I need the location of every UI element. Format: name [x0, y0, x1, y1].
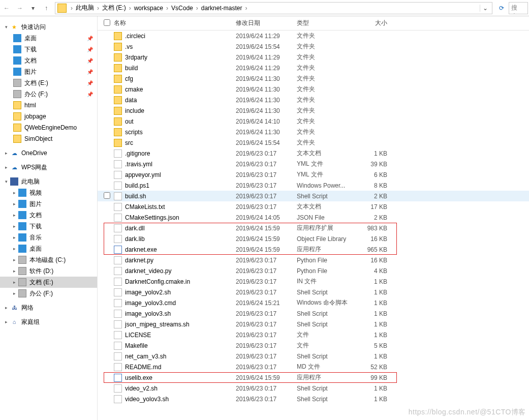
table-row[interactable]: build.sh2019/6/23 0:17Shell Script2 KB	[98, 191, 529, 201]
sidebar-item[interactable]: ▸软件 (D:)	[0, 265, 97, 277]
up-button[interactable]: ↑	[40, 2, 53, 15]
sidebar-item[interactable]: 办公 (F:)📌	[0, 88, 97, 100]
sidebar-item[interactable]: QWebEngineDemo	[0, 122, 97, 133]
table-row[interactable]: build.ps12019/6/23 0:17Windows Power...8…	[98, 180, 529, 191]
network-item[interactable]: ▸ 🖧 网络	[0, 302, 97, 313]
table-row[interactable]: out2019/6/24 14:10文件夹	[98, 116, 529, 127]
column-header-date[interactable]: 修改日期	[236, 19, 297, 27]
table-row[interactable]: .travis.yml2019/6/23 0:17YML 文件39 KB	[98, 159, 529, 169]
sidebar-item[interactable]: SimObject	[0, 133, 97, 144]
table-row[interactable]: image_yolov3.sh2019/6/23 0:17Shell Scrip…	[98, 308, 529, 319]
sidebar-item[interactable]: 文档📌	[0, 55, 97, 66]
table-row[interactable]: darknet.py2019/6/23 0:17Python File16 KB	[98, 255, 529, 265]
breadcrumb[interactable]: › 此电脑 › 文档 (E:) › workspace › VsCode › d…	[55, 2, 492, 14]
table-row[interactable]: darknet_video.py2019/6/23 0:17Python Fil…	[98, 265, 529, 276]
wps-item[interactable]: ▸ ☁ WPS网盘	[0, 162, 97, 173]
table-row[interactable]: .vs2019/6/24 15:54文件夹	[98, 41, 529, 52]
chevron-right-icon[interactable]: ▸	[13, 235, 18, 240]
sidebar-item[interactable]: ▸本地磁盘 (C:)	[0, 254, 97, 265]
table-row[interactable]: include2019/6/24 11:30文件夹	[98, 105, 529, 116]
chevron-right-icon[interactable]: ▸	[13, 213, 18, 218]
breadcrumb-seg[interactable]: VsCode	[170, 5, 194, 12]
table-row[interactable]: dark.dll2019/6/24 15:59应用程序扩展983 KB	[98, 223, 529, 233]
row-checkbox[interactable]	[104, 192, 114, 200]
chevron-right-icon[interactable]: ›	[127, 5, 133, 12]
table-row[interactable]: cmake2019/6/24 11:30文件夹	[98, 84, 529, 95]
search-input[interactable]: 搜索"	[509, 2, 528, 14]
chevron-right-icon[interactable]: ›	[243, 5, 249, 12]
table-row[interactable]: appveyor.yml2019/6/23 0:17YML 文件6 KB	[98, 169, 529, 180]
breadcrumb-dropdown[interactable]: ⌄	[480, 5, 490, 12]
chevron-right-icon[interactable]: ▸	[13, 190, 18, 195]
chevron-down-icon[interactable]: ▾	[5, 24, 10, 29]
sidebar-item[interactable]: html	[0, 100, 97, 111]
table-row[interactable]: CMakeSettings.json2019/6/24 14:05JSON Fi…	[98, 212, 529, 223]
column-header-type[interactable]: 类型	[297, 19, 357, 27]
onedrive-item[interactable]: ▸ ☁ OneDrive	[0, 147, 97, 159]
table-row[interactable]: DarknetConfig.cmake.in2019/6/23 0:17IN 文…	[98, 276, 529, 287]
breadcrumb-seg[interactable]: 此电脑	[75, 4, 95, 12]
quick-access-header[interactable]: ▾ ★ 快速访问	[0, 21, 97, 33]
table-row[interactable]: 3rdparty2019/6/24 11:29文件夹	[98, 52, 529, 63]
sidebar-item[interactable]: ▸音乐	[0, 232, 97, 243]
chevron-right-icon[interactable]: ▸	[13, 291, 18, 296]
table-row[interactable]: LICENSE2019/6/23 0:17文件1 KB	[98, 329, 529, 340]
table-row[interactable]: video_yolov3.sh2019/6/23 0:17Shell Scrip…	[98, 394, 529, 404]
navigation-pane[interactable]: ▾ ★ 快速访问 桌面📌下载📌文档📌图片📌文档 (E:)📌办公 (F:)📌htm…	[0, 16, 98, 420]
file-list[interactable]: .circleci2019/6/24 11:29文件夹.vs2019/6/24 …	[98, 31, 529, 420]
column-header-size[interactable]: 大小	[357, 19, 392, 27]
table-row[interactable]: Makefile2019/6/23 0:17文件5 KB	[98, 340, 529, 351]
sidebar-item[interactable]: jobpage	[0, 111, 97, 122]
table-row[interactable]: src2019/6/24 15:54文件夹	[98, 137, 529, 148]
table-row[interactable]: README.md2019/6/23 0:17MD 文件52 KB	[98, 362, 529, 372]
chevron-right-icon[interactable]: ▸	[13, 268, 18, 274]
chevron-right-icon[interactable]: ▸	[5, 319, 10, 324]
sidebar-item[interactable]: ▸视频	[0, 187, 97, 198]
sidebar-item[interactable]: 下载📌	[0, 44, 97, 55]
table-row[interactable]: image_yolov3.cmd2019/6/24 15:21Windows 命…	[98, 297, 529, 308]
select-all-checkbox[interactable]	[104, 19, 114, 27]
back-button[interactable]: ←	[0, 2, 13, 15]
sidebar-item[interactable]: ▸下载	[0, 221, 97, 232]
table-row[interactable]: image_yolov2.sh2019/6/23 0:17Shell Scrip…	[98, 287, 529, 297]
chevron-right-icon[interactable]: ›	[164, 5, 170, 12]
table-row[interactable]: json_mjpeg_streams.sh2019/6/23 0:17Shell…	[98, 319, 529, 329]
table-row[interactable]: uselib.exe2019/6/24 15:59应用程序99 KB	[98, 372, 529, 383]
sidebar-item[interactable]: 桌面📌	[0, 33, 97, 44]
breadcrumb-seg[interactable]: darknet-master	[200, 5, 243, 12]
sidebar-item[interactable]: ▸文档	[0, 209, 97, 221]
chevron-right-icon[interactable]: ▸	[13, 280, 18, 285]
chevron-down-icon[interactable]: ▾	[5, 179, 10, 184]
table-row[interactable]: CMakeLists.txt2019/6/23 0:17文本文档17 KB	[98, 201, 529, 212]
breadcrumb-seg[interactable]: workspace	[133, 5, 164, 12]
column-header-name[interactable]: 名称	[114, 19, 236, 27]
recent-locations-button[interactable]: ▾	[26, 2, 40, 15]
sidebar-item[interactable]: ▸图片	[0, 198, 97, 209]
refresh-button[interactable]: ⟳	[494, 5, 509, 12]
homegroup-item[interactable]: ▸ ⌂ 家庭组	[0, 316, 97, 327]
sidebar-item[interactable]: ▸办公 (F:)	[0, 288, 97, 299]
sidebar-item[interactable]: 图片📌	[0, 66, 97, 77]
sidebar-item[interactable]: ▸文档 (E:)	[0, 277, 97, 288]
this-pc-header[interactable]: ▾ 此电脑	[0, 176, 97, 187]
table-row[interactable]: build2019/6/24 11:29文件夹	[98, 63, 529, 73]
breadcrumb-seg[interactable]: 文档 (E:)	[101, 4, 127, 12]
chevron-right-icon[interactable]: ▸	[13, 201, 18, 206]
chevron-right-icon[interactable]: ›	[95, 5, 101, 12]
table-row[interactable]: cfg2019/6/24 11:30文件夹	[98, 73, 529, 84]
chevron-right-icon[interactable]: ▸	[13, 257, 18, 262]
chevron-right-icon[interactable]: ▸	[5, 165, 10, 170]
table-row[interactable]: .circleci2019/6/24 11:29文件夹	[98, 31, 529, 41]
table-row[interactable]: net_cam_v3.sh2019/6/23 0:17Shell Script1…	[98, 351, 529, 362]
table-row[interactable]: scripts2019/6/24 11:30文件夹	[98, 127, 529, 137]
table-row[interactable]: darknet.exe2019/6/24 15:59应用程序965 KB	[98, 244, 529, 255]
forward-button[interactable]: →	[13, 2, 26, 15]
sidebar-item[interactable]: ▸桌面	[0, 243, 97, 254]
chevron-right-icon[interactable]: ▸	[13, 246, 18, 251]
table-row[interactable]: .gitignore2019/6/23 0:17文本文档1 KB	[98, 148, 529, 159]
table-row[interactable]: dark.lib2019/6/24 15:59Object File Libra…	[98, 233, 529, 244]
chevron-right-icon[interactable]: ›	[69, 5, 75, 12]
table-row[interactable]: data2019/6/24 11:30文件夹	[98, 95, 529, 105]
chevron-right-icon[interactable]: ▸	[5, 305, 10, 310]
chevron-right-icon[interactable]: ▸	[5, 151, 10, 156]
